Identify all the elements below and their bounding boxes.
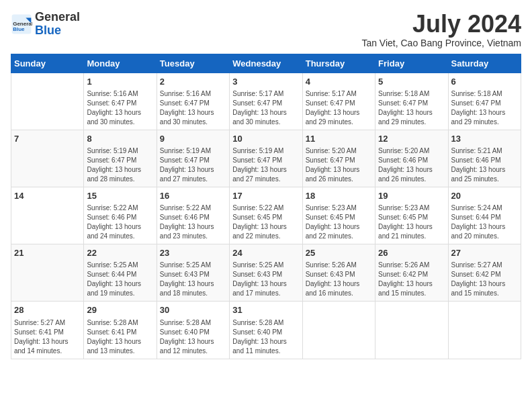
day-number: 7 <box>14 133 81 145</box>
calendar-cell: 10Sunrise: 5:19 AM Sunset: 6:47 PM Dayli… <box>230 130 302 187</box>
day-detail: Sunrise: 5:17 AM Sunset: 6:47 PM Dayligh… <box>232 89 299 127</box>
day-detail: Sunrise: 5:28 AM Sunset: 6:40 PM Dayligh… <box>232 318 299 356</box>
header-day-wednesday: Wednesday <box>230 54 302 73</box>
calendar-cell: 16Sunrise: 5:22 AM Sunset: 6:46 PM Dayli… <box>157 187 229 244</box>
calendar-cell <box>302 302 375 359</box>
calendar-cell: 1Sunrise: 5:16 AM Sunset: 6:47 PM Daylig… <box>84 73 157 130</box>
day-number: 4 <box>306 76 372 88</box>
day-detail: Sunrise: 5:25 AM Sunset: 6:43 PM Dayligh… <box>160 261 226 298</box>
day-number: 25 <box>306 247 372 259</box>
day-number: 3 <box>232 76 299 88</box>
header-day-monday: Monday <box>84 54 157 73</box>
calendar-cell: 23Sunrise: 5:25 AM Sunset: 6:43 PM Dayli… <box>157 244 229 302</box>
calendar-body: 1Sunrise: 5:16 AM Sunset: 6:47 PM Daylig… <box>11 73 521 359</box>
day-number: 15 <box>87 190 153 202</box>
day-number: 16 <box>160 190 226 202</box>
location-subtitle: Tan Viet, Cao Bang Province, Vietnam <box>361 38 521 48</box>
day-detail: Sunrise: 5:23 AM Sunset: 6:45 PM Dayligh… <box>306 203 372 241</box>
day-detail: Sunrise: 5:16 AM Sunset: 6:47 PM Dayligh… <box>160 89 226 127</box>
calendar-cell: 11Sunrise: 5:20 AM Sunset: 6:47 PM Dayli… <box>302 130 375 187</box>
day-detail: Sunrise: 5:19 AM Sunset: 6:47 PM Dayligh… <box>87 146 153 184</box>
calendar-cell: 28Sunrise: 5:27 AM Sunset: 6:41 PM Dayli… <box>11 302 84 359</box>
calendar-cell: 4Sunrise: 5:17 AM Sunset: 6:47 PM Daylig… <box>302 73 375 130</box>
calendar-cell: 13Sunrise: 5:21 AM Sunset: 6:46 PM Dayli… <box>448 130 521 187</box>
day-number: 23 <box>160 247 226 259</box>
svg-text:Blue: Blue <box>13 26 25 32</box>
day-detail: Sunrise: 5:22 AM Sunset: 6:46 PM Dayligh… <box>160 203 226 241</box>
day-number: 10 <box>232 133 299 145</box>
calendar-cell: 12Sunrise: 5:20 AM Sunset: 6:46 PM Dayli… <box>375 130 448 187</box>
day-detail: Sunrise: 5:20 AM Sunset: 6:46 PM Dayligh… <box>378 146 445 184</box>
calendar-cell: 29Sunrise: 5:28 AM Sunset: 6:41 PM Dayli… <box>84 302 157 359</box>
header-day-thursday: Thursday <box>302 54 375 73</box>
header-row: SundayMondayTuesdayWednesdayThursdayFrid… <box>11 54 521 73</box>
calendar-cell: 8Sunrise: 5:19 AM Sunset: 6:47 PM Daylig… <box>84 130 157 187</box>
calendar-cell <box>11 73 84 130</box>
calendar-cell <box>448 302 521 359</box>
calendar-cell: 27Sunrise: 5:27 AM Sunset: 6:42 PM Dayli… <box>448 244 521 302</box>
day-number: 5 <box>378 76 445 88</box>
header-day-friday: Friday <box>375 54 448 73</box>
calendar-cell: 6Sunrise: 5:18 AM Sunset: 6:47 PM Daylig… <box>448 73 521 130</box>
logo-blue-text: Blue <box>35 24 61 37</box>
calendar-cell: 5Sunrise: 5:18 AM Sunset: 6:47 PM Daylig… <box>375 73 448 130</box>
calendar-cell: 15Sunrise: 5:22 AM Sunset: 6:46 PM Dayli… <box>84 187 157 244</box>
day-number: 12 <box>378 133 445 145</box>
day-number: 11 <box>306 133 372 145</box>
day-number: 28 <box>14 304 81 316</box>
calendar-cell: 25Sunrise: 5:26 AM Sunset: 6:43 PM Dayli… <box>302 244 375 302</box>
day-detail: Sunrise: 5:22 AM Sunset: 6:46 PM Dayligh… <box>87 203 153 241</box>
calendar-week-row: 78Sunrise: 5:19 AM Sunset: 6:47 PM Dayli… <box>11 130 521 187</box>
day-number: 19 <box>378 190 445 202</box>
day-number: 13 <box>451 133 518 145</box>
day-number: 31 <box>232 304 299 316</box>
day-number: 22 <box>87 247 153 259</box>
day-detail: Sunrise: 5:20 AM Sunset: 6:47 PM Dayligh… <box>306 146 372 184</box>
month-title: July 2024 <box>361 11 521 38</box>
page-header: General Blue General Blue July 2024 Tan … <box>11 11 521 48</box>
calendar-cell: 3Sunrise: 5:17 AM Sunset: 6:47 PM Daylig… <box>230 73 302 130</box>
day-detail: Sunrise: 5:21 AM Sunset: 6:46 PM Dayligh… <box>451 146 518 184</box>
logo-general-text: General <box>35 10 80 24</box>
calendar-week-row: 1415Sunrise: 5:22 AM Sunset: 6:46 PM Day… <box>11 187 521 244</box>
calendar-cell: 22Sunrise: 5:25 AM Sunset: 6:44 PM Dayli… <box>84 244 157 302</box>
calendar-cell: 19Sunrise: 5:23 AM Sunset: 6:45 PM Dayli… <box>375 187 448 244</box>
logo-icon: General Blue <box>11 13 32 35</box>
calendar-cell: 24Sunrise: 5:25 AM Sunset: 6:43 PM Dayli… <box>230 244 302 302</box>
day-number: 27 <box>451 247 518 259</box>
day-number: 2 <box>160 76 226 88</box>
day-number: 9 <box>160 133 226 145</box>
day-number: 6 <box>451 76 518 88</box>
header-day-tuesday: Tuesday <box>157 54 229 73</box>
day-number: 8 <box>87 133 153 145</box>
title-block: July 2024 Tan Viet, Cao Bang Province, V… <box>361 11 521 48</box>
day-number: 18 <box>306 190 372 202</box>
calendar-cell: 17Sunrise: 5:22 AM Sunset: 6:45 PM Dayli… <box>230 187 302 244</box>
calendar-table: SundayMondayTuesdayWednesdayThursdayFrid… <box>11 54 521 359</box>
day-number: 30 <box>160 304 226 316</box>
day-detail: Sunrise: 5:28 AM Sunset: 6:40 PM Dayligh… <box>160 318 226 356</box>
calendar-week-row: 1Sunrise: 5:16 AM Sunset: 6:47 PM Daylig… <box>11 73 521 130</box>
calendar-cell: 7 <box>11 130 84 187</box>
day-detail: Sunrise: 5:24 AM Sunset: 6:44 PM Dayligh… <box>451 203 518 241</box>
header-day-sunday: Sunday <box>11 54 84 73</box>
day-detail: Sunrise: 5:17 AM Sunset: 6:47 PM Dayligh… <box>306 89 372 127</box>
day-detail: Sunrise: 5:25 AM Sunset: 6:43 PM Dayligh… <box>232 261 299 298</box>
calendar-cell: 20Sunrise: 5:24 AM Sunset: 6:44 PM Dayli… <box>448 187 521 244</box>
header-day-saturday: Saturday <box>448 54 521 73</box>
day-number: 24 <box>232 247 299 259</box>
calendar-cell: 2Sunrise: 5:16 AM Sunset: 6:47 PM Daylig… <box>157 73 229 130</box>
logo: General Blue General Blue <box>11 11 80 38</box>
day-detail: Sunrise: 5:18 AM Sunset: 6:47 PM Dayligh… <box>451 89 518 127</box>
calendar-cell: 26Sunrise: 5:26 AM Sunset: 6:42 PM Dayli… <box>375 244 448 302</box>
calendar-cell <box>375 302 448 359</box>
calendar-cell: 30Sunrise: 5:28 AM Sunset: 6:40 PM Dayli… <box>157 302 229 359</box>
day-number: 17 <box>232 190 299 202</box>
day-number: 26 <box>378 247 445 259</box>
calendar-week-row: 2122Sunrise: 5:25 AM Sunset: 6:44 PM Day… <box>11 244 521 302</box>
calendar-header: SundayMondayTuesdayWednesdayThursdayFrid… <box>11 54 521 73</box>
calendar-cell: 31Sunrise: 5:28 AM Sunset: 6:40 PM Dayli… <box>230 302 302 359</box>
day-number: 29 <box>87 304 153 316</box>
calendar-cell: 21 <box>11 244 84 302</box>
day-detail: Sunrise: 5:27 AM Sunset: 6:42 PM Dayligh… <box>451 261 518 298</box>
